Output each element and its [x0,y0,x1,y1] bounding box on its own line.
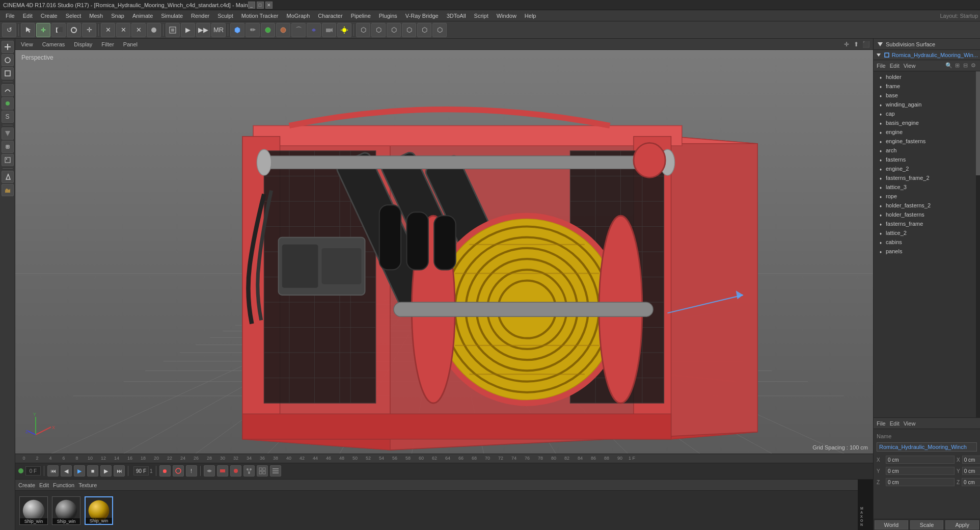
menu-window[interactable]: Window [493,12,520,20]
obj-tree-scrollbar[interactable] [976,71,980,417]
tree-item-fasterns-frame-2[interactable]: ⬧ fasterns_frame_2 [874,173,976,182]
y-field[interactable] [886,467,955,475]
tool1-button[interactable]: ⬡ [356,23,370,37]
timeline-ruler[interactable]: 0 2 4 6 8 10 12 14 16 18 20 22 24 26 28 … [15,454,873,463]
tree-item-rope[interactable]: ⬧ rope [874,192,976,201]
vp-menu-cameras[interactable]: Cameras [40,41,68,48]
menu-file[interactable]: File [2,12,18,20]
vp-menu-display[interactable]: Display [71,41,95,48]
step-back-button[interactable]: ◀ [61,465,72,476]
menu-help[interactable]: Help [521,12,540,20]
sidebar-paint-btn[interactable] [2,171,14,183]
vp-menu-panel[interactable]: Panel [121,41,140,48]
vp-icon-3[interactable]: ⬛ [862,40,870,48]
material-1[interactable]: Ship_win [19,496,48,525]
tree-item-engine[interactable]: ⬧ engine [874,127,976,137]
z-field[interactable] [886,478,955,486]
maximize-button[interactable]: □ [257,2,264,9]
sidebar-move-btn[interactable] [2,41,14,53]
menu-pipeline[interactable]: Pipeline [347,12,374,20]
tree-item-holder[interactable]: ⬧ holder [874,72,976,82]
tree-item-lattice-2[interactable]: ⬧ lattice_2 [874,228,976,237]
tree-item-holder-fasterns[interactable]: ⬧ holder_fasterns [874,210,976,219]
obj-settings-icon[interactable]: ⚙ [970,62,977,69]
sidebar-tool1-btn[interactable] [2,84,14,96]
mat-menu-edit[interactable]: Edit [39,482,49,488]
tree-item-fasterns[interactable]: ⬧ fasterns [874,155,976,164]
objmgr-file[interactable]: File [877,63,886,69]
spline2-button[interactable]: ⌒ [291,23,306,37]
menu-vray[interactable]: V-Ray Bridge [402,12,442,20]
object-mode-button[interactable]: ✕ [116,23,130,37]
rotate-tool-button[interactable] [67,23,81,37]
scale-button[interactable]: Scale [910,520,944,529]
objmgr-view[interactable]: View [904,63,916,69]
sidebar-tool4-btn[interactable] [2,141,14,153]
menu-3dtoall[interactable]: 3DToAll [443,12,470,20]
timeline-list-button[interactable] [270,465,281,476]
parent-object-row[interactable]: Romica_Hydraulic_Mooring_Win... [874,50,980,60]
viewport-canvas[interactable]: Perspective Grid Spacing : 100 cm X Y Z [15,50,873,454]
stop-button[interactable]: ■ [87,465,98,476]
tree-item-lattice-3[interactable]: ⬧ lattice_3 [874,182,976,192]
menu-script[interactable]: Script [471,12,492,20]
grid-mode-button[interactable] [257,465,268,476]
vp-icon-1[interactable]: ✛ [842,40,851,48]
auto-key-button[interactable] [173,465,184,476]
step-forward-button[interactable]: ▶ [100,465,112,476]
key-mode-button[interactable] [217,465,228,476]
deformer-button[interactable] [276,23,290,37]
tool4-button[interactable]: ⬡ [402,23,416,37]
point-mode-button[interactable] [147,23,161,37]
path-mode-button[interactable] [230,465,241,476]
vp-icon-2[interactable]: ⬆ [852,40,860,48]
sidebar-snap-btn[interactable]: S [2,111,14,123]
tree-item-cabins[interactable]: ⬧ cabins [874,237,976,247]
x2-field[interactable] [962,456,980,464]
menu-mograph[interactable]: MoGraph [283,12,313,20]
light-button[interactable] [337,23,351,37]
world-button[interactable]: World [875,520,908,529]
apply-button[interactable]: Apply [945,520,979,529]
menu-edit[interactable]: Edit [19,12,36,20]
model-mode-button[interactable]: ✕ [101,23,115,37]
select-tool-button[interactable] [21,23,35,37]
tree-item-winding[interactable]: ⬧ winding_again [874,100,976,109]
menu-select[interactable]: Select [62,12,85,20]
tree-item-frame[interactable]: ⬧ frame [874,82,976,91]
render-view-button[interactable]: ▶ [181,23,195,37]
render-region-button[interactable] [166,23,180,37]
render-mr-button[interactable]: MR [211,23,226,37]
menu-animate[interactable]: Animate [129,12,156,20]
field-button[interactable] [307,23,321,37]
vp-menu-filter[interactable]: Filter [99,41,116,48]
sidebar-tool3-btn[interactable] [2,127,14,140]
schematic-button[interactable] [243,465,255,476]
tree-item-cap[interactable]: ⬧ cap [874,109,976,118]
tree-item-panels[interactable]: ⬧ panels [874,247,976,256]
vp-menu-view[interactable]: View [18,41,36,48]
cube-button[interactable] [230,23,244,37]
camera-button[interactable] [322,23,336,37]
tool2-button[interactable]: ⬡ [371,23,386,37]
menu-motion-tracker[interactable]: Motion Tracker [238,12,282,20]
undo-button[interactable]: ↺ [2,23,16,37]
menu-character[interactable]: Character [314,12,346,20]
y2-field[interactable] [962,467,980,475]
material-2[interactable]: Ship_win [52,496,80,525]
move-tool-button[interactable]: ✛ [36,23,50,37]
motion-mode-button[interactable] [204,465,215,476]
tool5-button[interactable]: ⬡ [417,23,431,37]
tree-item-arch[interactable]: ⬧ arch [874,146,976,155]
attrmgr-edit[interactable]: Edit [890,420,900,427]
texture-mode-button[interactable]: ✕ [131,23,146,37]
menu-sculpt[interactable]: Sculpt [214,12,237,20]
material-3[interactable]: Ship_win [85,496,113,525]
menu-plugins[interactable]: Plugins [375,12,401,20]
obj-search-icon[interactable]: 🔍 [945,62,952,69]
tree-item-engine-2[interactable]: ⬧ engine_2 [874,164,976,173]
object-name-field[interactable] [877,442,977,452]
mat-menu-function[interactable]: Function [53,482,74,488]
menu-render[interactable]: Render [187,12,213,20]
obj-tree[interactable]: ⬧ holder ⬧ frame ⬧ base ⬧ winding_again [874,71,976,417]
